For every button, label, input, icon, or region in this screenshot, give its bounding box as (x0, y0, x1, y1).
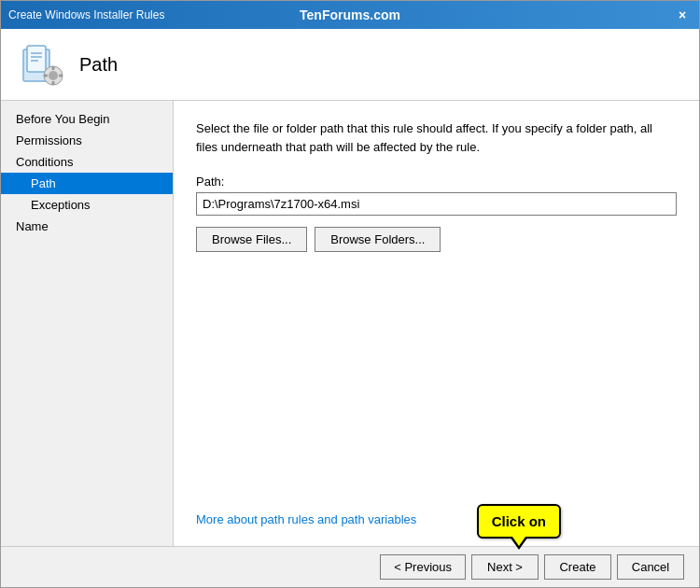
header: Path (1, 29, 699, 101)
sidebar-item-exceptions[interactable]: Exceptions (1, 194, 173, 216)
next-button[interactable]: Next > (471, 554, 539, 580)
browse-files-button[interactable]: Browse Files... (196, 227, 307, 252)
path-input[interactable] (196, 192, 677, 216)
sidebar-item-before-you-begin[interactable]: Before You Begin (1, 108, 173, 130)
previous-button[interactable]: < Previous (380, 554, 466, 580)
link-area: More about path rules and path variables (196, 492, 677, 527)
description-text: Select the file or folder path that this… (196, 119, 677, 156)
sidebar-item-name[interactable]: Name (1, 216, 173, 237)
svg-rect-7 (52, 66, 55, 70)
footer: Click on < Previous Next > Create Cancel (1, 546, 699, 587)
tooltip-text: Click on (492, 513, 546, 529)
window: Create Windows Installer Rules TenForums… (0, 0, 700, 588)
more-about-link[interactable]: More about path rules and path variables (196, 512, 416, 526)
content-area: Select the file or folder path that this… (174, 101, 699, 546)
title-bar-brand: TenForums.com (300, 7, 400, 22)
title-bar: Create Windows Installer Rules TenForums… (1, 1, 699, 29)
create-button[interactable]: Create (544, 554, 611, 580)
svg-rect-8 (52, 81, 55, 85)
sidebar-item-conditions[interactable]: Conditions (1, 151, 173, 173)
browse-buttons: Browse Files... Browse Folders... (196, 227, 677, 252)
svg-rect-9 (44, 75, 48, 77)
body: Before You Begin Permissions Conditions … (1, 101, 699, 546)
sidebar-item-permissions[interactable]: Permissions (1, 130, 173, 151)
path-label: Path: (196, 175, 677, 189)
close-button[interactable]: × (673, 6, 692, 24)
cancel-button[interactable]: Cancel (617, 554, 684, 580)
svg-rect-10 (59, 75, 63, 77)
browse-folders-button[interactable]: Browse Folders... (315, 227, 441, 252)
path-icon (20, 42, 64, 87)
sidebar-item-path[interactable]: Path (1, 173, 173, 194)
sidebar: Before You Begin Permissions Conditions … (1, 101, 174, 546)
svg-point-6 (49, 71, 58, 80)
header-title: Path (79, 54, 118, 76)
title-bar-text: Create Windows Installer Rules (8, 8, 164, 21)
svg-rect-1 (27, 46, 46, 72)
tooltip-bubble: Click on (477, 504, 561, 539)
